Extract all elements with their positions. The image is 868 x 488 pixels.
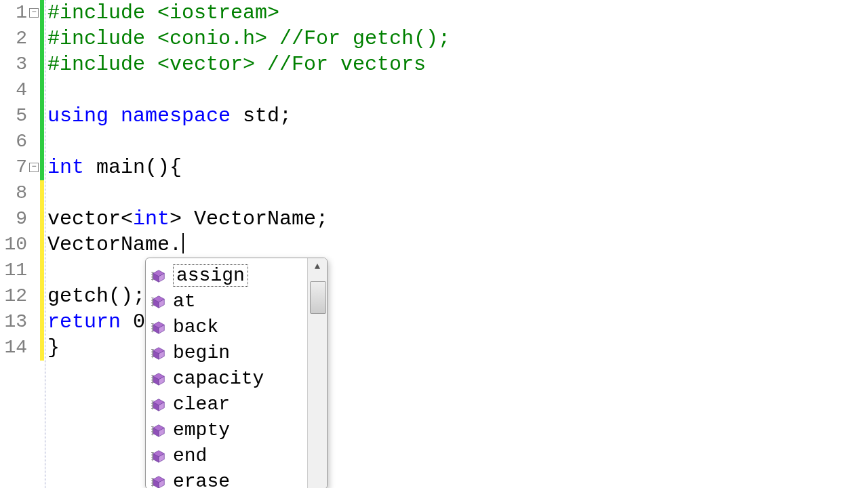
identifier-token: main	[96, 156, 145, 179]
autocomplete-item-label: assign	[173, 264, 248, 287]
line-number: 4	[0, 77, 28, 103]
autocomplete-item-label: at	[173, 291, 196, 312]
autocomplete-item-label: back	[173, 317, 218, 338]
line-number: 11	[0, 258, 28, 283]
type-token: int	[133, 207, 170, 230]
line-number: 10	[0, 232, 28, 258]
line-number: 1	[0, 0, 28, 26]
code-line[interactable]	[45, 129, 868, 155]
include-path-token: <conio.h>	[157, 27, 279, 50]
autocomplete-item-label: begin	[173, 342, 230, 363]
fold-column: −−	[28, 0, 39, 488]
line-number-gutter: 1234567891011121314	[0, 0, 28, 488]
text-caret	[182, 233, 184, 253]
preprocessor-token: #include	[47, 27, 157, 50]
line-number: 3	[0, 52, 28, 77]
code-editor[interactable]: 1234567891011121314 −− #include <iostrea…	[0, 0, 868, 488]
line-number: 14	[0, 335, 28, 361]
line-number: 9	[0, 206, 28, 232]
scroll-thumb[interactable]	[310, 281, 326, 314]
method-icon	[151, 371, 166, 386]
method-icon	[151, 319, 166, 334]
autocomplete-item[interactable]: begin	[149, 340, 307, 365]
autocomplete-item[interactable]: assign	[149, 262, 307, 288]
autocomplete-item[interactable]: at	[149, 288, 307, 314]
scroll-up-button[interactable]: ▲	[308, 258, 327, 274]
autocomplete-item[interactable]: back	[149, 314, 307, 340]
autocomplete-item-label: capacity	[173, 368, 264, 389]
autocomplete-item[interactable]: end	[149, 443, 307, 468]
keyword-token: using	[47, 104, 121, 127]
include-path-token: <vector>	[157, 53, 267, 76]
number-token: 0	[133, 310, 145, 333]
preprocessor-token: #include	[47, 53, 157, 76]
method-icon	[151, 396, 166, 411]
autocomplete-popup[interactable]: assignatbackbegincapacityclearemptyender…	[145, 258, 328, 488]
method-icon	[151, 345, 166, 360]
code-line[interactable]: #include <conio.h> //For getch();	[45, 26, 868, 52]
autocomplete-item[interactable]: capacity	[149, 365, 307, 391]
line-number: 5	[0, 103, 28, 129]
keyword-token: namespace	[121, 104, 243, 127]
line-number: 12	[0, 283, 28, 309]
code-line[interactable]	[45, 77, 868, 103]
identifier-token: std	[243, 104, 279, 127]
indent-guide	[45, 0, 45, 488]
code-area[interactable]: #include <iostream> #include <conio.h> /…	[45, 0, 868, 488]
line-number: 8	[0, 180, 28, 206]
autocomplete-item-label: empty	[173, 420, 230, 441]
method-icon	[151, 448, 166, 463]
identifier-token: vector	[47, 207, 121, 230]
method-icon	[151, 474, 166, 488]
autocomplete-item-label: erase	[173, 471, 230, 489]
code-line[interactable]: #include <vector> //For vectors	[45, 52, 868, 77]
method-icon	[151, 268, 166, 283]
autocomplete-item[interactable]: empty	[149, 417, 307, 443]
code-line[interactable]: int main(){	[45, 155, 868, 180]
change-strip-yellow	[40, 180, 44, 361]
code-line[interactable]: #include <iostream>	[45, 0, 868, 26]
code-line[interactable]: VectorName.	[45, 232, 868, 258]
identifier-token: VectorName	[194, 207, 316, 230]
code-line[interactable]: vector<int> VectorName;	[45, 206, 868, 232]
change-strip-column	[39, 0, 45, 488]
identifier-token: getch	[47, 285, 108, 308]
line-number: 13	[0, 309, 28, 335]
comment-token: //For getch();	[279, 27, 450, 50]
change-strip-green	[40, 0, 44, 180]
comment-token: //For vectors	[267, 53, 426, 76]
autocomplete-item-label: end	[173, 445, 207, 466]
autocomplete-item[interactable]: erase	[149, 468, 307, 488]
autocomplete-list[interactable]: assignatbackbegincapacityclearemptyender…	[146, 258, 307, 488]
autocomplete-scrollbar[interactable]: ▲	[307, 258, 327, 488]
fold-toggle[interactable]: −	[29, 163, 39, 172]
keyword-token: return	[47, 310, 133, 333]
line-number: 2	[0, 26, 28, 52]
code-line[interactable]	[45, 180, 868, 206]
line-number: 7	[0, 155, 28, 180]
identifier-token: VectorName	[47, 233, 170, 256]
autocomplete-item-label: clear	[173, 394, 230, 415]
method-icon	[151, 293, 166, 308]
autocomplete-item[interactable]: clear	[149, 391, 307, 417]
code-line[interactable]: using namespace std;	[45, 103, 868, 129]
type-token: int	[47, 156, 96, 179]
fold-toggle[interactable]: −	[29, 8, 39, 18]
line-number: 6	[0, 129, 28, 155]
preprocessor-token: #include	[47, 1, 157, 24]
include-path-token: <iostream>	[157, 1, 279, 24]
method-icon	[151, 422, 166, 437]
